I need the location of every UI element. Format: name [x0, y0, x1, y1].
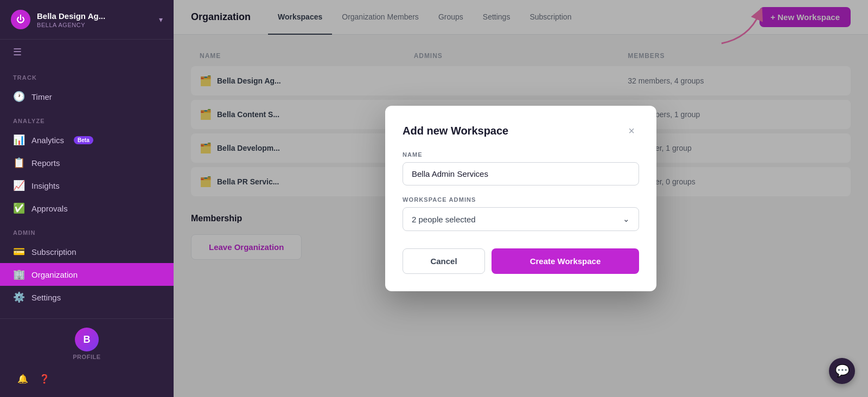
- profile-label: PROFILE: [73, 354, 101, 360]
- modal-close-button[interactable]: ×: [624, 123, 639, 138]
- org-sub: BELLA AGENCY: [37, 22, 105, 28]
- sidebar-item-label: Subscription: [31, 247, 76, 257]
- track-section-label: TRACK: [0, 65, 174, 85]
- subscription-icon: 💳: [13, 246, 25, 258]
- sidebar-item-approvals[interactable]: ✅ Approvals: [0, 197, 174, 220]
- sidebar-item-label: Insights: [31, 181, 60, 190]
- power-icon[interactable]: ⏻: [11, 10, 30, 29]
- admins-field-label: WORKSPACE ADMINS: [403, 196, 639, 203]
- workspace-name-input[interactable]: [403, 162, 639, 185]
- organization-icon: 🏢: [13, 268, 25, 280]
- sidebar-item-label: Organization: [31, 270, 78, 279]
- sidebar-item-insights[interactable]: 📈 Insights: [0, 174, 174, 197]
- analytics-icon: 📊: [13, 134, 25, 146]
- sidebar-header[interactable]: ⏻ Bella Design Ag... BELLA AGENCY ▾: [0, 0, 174, 40]
- reports-icon: 📋: [13, 157, 25, 169]
- analyze-section-label: ANALYZE: [0, 108, 174, 129]
- profile-section: B PROFILE: [0, 319, 174, 364]
- collapse-icon: ☰: [13, 46, 22, 58]
- name-field-label: NAME: [403, 151, 639, 158]
- beta-badge: Beta: [74, 136, 93, 144]
- sidebar-bottom: B PROFILE 🔔 ❓: [0, 318, 174, 397]
- avatar[interactable]: B: [75, 328, 99, 351]
- chevron-down-icon: ▾: [159, 15, 163, 24]
- modal-actions: Cancel Create Workspace: [403, 248, 639, 274]
- insights-icon: 📈: [13, 180, 25, 191]
- chat-widget-button[interactable]: 💬: [829, 358, 855, 384]
- sidebar-item-label: Timer: [31, 92, 52, 101]
- sidebar: ⏻ Bella Design Ag... BELLA AGENCY ▾ ☰ TR…: [0, 0, 174, 397]
- sidebar-item-settings[interactable]: ⚙️ Settings: [0, 286, 174, 309]
- modal-header: Add new Workspace ×: [403, 123, 639, 138]
- workspace-admins-select[interactable]: 2 people selected ⌄: [403, 207, 639, 231]
- add-workspace-modal: Add new Workspace × NAME WORKSPACE ADMIN…: [385, 106, 656, 291]
- sidebar-item-label: Approvals: [31, 204, 68, 213]
- cancel-button[interactable]: Cancel: [403, 248, 485, 274]
- sidebar-item-label: Analytics: [31, 136, 64, 145]
- timer-icon: 🕐: [13, 91, 25, 103]
- sidebar-item-label: Reports: [31, 158, 60, 168]
- approvals-icon: ✅: [13, 202, 25, 214]
- sidebar-item-analytics[interactable]: 📊 Analytics Beta: [0, 129, 174, 151]
- sidebar-item-label: Settings: [31, 293, 61, 302]
- help-icon[interactable]: ❓: [35, 369, 54, 388]
- modal-title: Add new Workspace: [403, 125, 508, 137]
- notification-icon[interactable]: 🔔: [13, 369, 33, 388]
- main-content: Organization Workspaces Organization Mem…: [174, 0, 868, 397]
- collapse-button[interactable]: ☰: [0, 40, 174, 65]
- org-name: Bella Design Ag...: [37, 11, 105, 21]
- sidebar-item-subscription[interactable]: 💳 Subscription: [0, 240, 174, 263]
- chat-icon: 💬: [835, 364, 850, 378]
- sidebar-bottom-icons: 🔔 ❓: [0, 364, 174, 397]
- sidebar-item-organization[interactable]: 🏢 Organization: [0, 263, 174, 286]
- sidebar-item-timer[interactable]: 🕐 Timer: [0, 85, 174, 108]
- sidebar-item-reports[interactable]: 📋 Reports: [0, 151, 174, 174]
- create-workspace-button[interactable]: Create Workspace: [492, 248, 639, 274]
- selected-admins-value: 2 people selected: [412, 215, 476, 224]
- modal-overlay[interactable]: Add new Workspace × NAME WORKSPACE ADMIN…: [174, 0, 868, 397]
- settings-icon: ⚙️: [13, 291, 25, 303]
- admin-section-label: ADMIN: [0, 220, 174, 240]
- dropdown-chevron-icon: ⌄: [623, 214, 630, 224]
